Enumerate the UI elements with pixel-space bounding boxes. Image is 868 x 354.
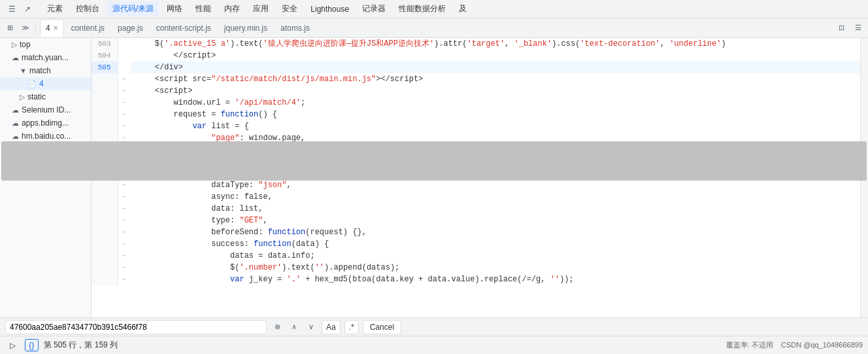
line-dash: - [118,179,131,191]
line-number [92,73,118,85]
line-code[interactable]: </script> [131,50,860,62]
tab-close-btn[interactable]: ✕ [53,24,58,31]
line-code[interactable]: <script> [131,85,860,97]
menu-item-sources[interactable]: 源代码/来源 [107,2,159,16]
regex-btn[interactable]: .* [344,320,359,334]
tab-split-icon[interactable]: ⊡ [834,21,848,35]
tab-content-script-js[interactable]: content-script.js [150,19,217,37]
line-code[interactable]: </div> [131,62,860,73]
line-code[interactable]: dataType: "json", [131,179,860,191]
line-code[interactable]: $('.active_15 a').text('猿人学爬虫逆向进阶课—提升JS和… [131,38,860,50]
tab-page-js[interactable]: page.js [112,19,149,37]
table-row: - dataType: "json", [92,179,860,191]
sidebar-item-match[interactable]: ▼ match [0,64,91,77]
tab-more-icon[interactable]: ≫ [18,21,33,35]
sidebar-label-static: static [27,92,46,101]
tab-bar-right: ⊡ ☰ [834,21,865,35]
table-row: 504 </script> [92,50,860,62]
right-scrollbar[interactable] [860,38,868,317]
menu-item-application[interactable]: 应用 [248,2,274,16]
sidebar-item-static[interactable]: ▷ static [0,90,91,103]
tab-label-jquery-min-js: jquery.min.js [224,24,267,33]
tab-jquery-min-js[interactable]: jquery.min.js [218,19,273,37]
line-dash [118,38,131,50]
sidebar-label-4: 4 [39,79,44,88]
search-input[interactable] [5,320,267,334]
line-code[interactable]: datas = data.info; [131,250,860,262]
menu-item-more[interactable]: 及 [454,2,472,16]
sidebar-label-hm-baidu: hm.baidu.co... [22,132,71,141]
devtools-icon-2[interactable]: ↗ [21,3,34,16]
line-dash: - [118,215,131,226]
line-number [92,262,118,274]
line-code[interactable]: request = function() { [131,109,860,120]
tab-content-js[interactable]: content.js [65,19,110,37]
line-number [92,191,118,203]
line-dash: - [118,226,131,238]
line-code[interactable]: $('.number').text('').append(datas); [131,262,860,274]
sidebar-item-selenium[interactable]: ☁ Selenium ID... [0,103,91,116]
line-dash: - [118,238,131,250]
status-toggle-btn[interactable]: ▷ [5,338,20,353]
table-row: - var list = { [92,120,860,132]
search-up-btn[interactable]: ∧ [288,321,301,334]
tab-bar-left-controls: ⊞ ≫ [3,21,36,35]
search-close-btn[interactable]: ⊗ [271,321,284,334]
line-dash [118,62,131,73]
line-code[interactable]: var j_key = '.' + hex_md5(btoa(data.key … [131,274,860,285]
line-code[interactable]: success: function(data) { [131,238,860,250]
menu-item-network[interactable]: 网络 [161,2,188,16]
line-code[interactable]: type: "GET", [131,215,860,226]
top-menu-bar: ☰ ↗ 元素 控制台 源代码/来源 网络 性能 内存 应用 安全 Lightho… [0,0,868,18]
line-dash [118,50,131,62]
sidebar-item-top[interactable]: ▷ top [0,38,91,51]
line-code[interactable]: window.url = '/api/match/4'; [131,97,860,109]
match-case-btn[interactable]: Aa [322,320,341,334]
menu-item-recorder[interactable]: 记录器 [357,2,391,16]
line-code[interactable]: <script src="/static/match/dist/js/main.… [131,73,860,85]
tab-grid-icon[interactable]: ⊞ [3,21,17,35]
chevron-right-icon: ▷ [10,341,16,350]
line-code[interactable]: data: list, [131,203,860,215]
search-cancel-btn[interactable]: Cancel [363,320,401,334]
sidebar-item-4[interactable]: 📄 4 [0,77,91,90]
line-code[interactable]: async: false, [131,191,860,203]
line-code[interactable]: beforeSend: function(request) {}, [131,226,860,238]
chevron-up-icon: ∧ [292,323,297,331]
cursor-position: 第 505 行，第 159 列 [44,340,118,351]
tab-atoms-js[interactable]: atoms.js [275,19,316,37]
table-row: - async: false, [92,191,860,203]
tab-label-content-js: content.js [71,24,105,33]
cloud-icon-1: ☁ [12,54,19,62]
line-number [92,97,118,109]
table-row: 503 $('.active_15 a').text('猿人学爬虫逆向进阶课—提… [92,38,860,50]
sidebar-item-apps-bdimg[interactable]: ☁ apps.bdimg... [0,116,91,130]
search-down-btn[interactable]: ∨ [305,321,318,334]
table-row: - beforeSend: function(request) {}, [92,226,860,238]
status-bar: ▷ {} 第 505 行，第 159 列 覆盖率: 不适用 CSDN @qq_1… [0,336,868,354]
line-dash: - [118,262,131,274]
sidebar-label-match: match [29,66,51,75]
menu-item-security[interactable]: 安全 [276,2,303,16]
menu-item-perf-insights[interactable]: 性能数据分析 [393,2,451,16]
cloud-icon-4: ☁ [12,132,19,141]
menu-item-console[interactable]: 控制台 [71,2,105,16]
table-row: - $('.number').text('').append(datas); [92,262,860,274]
menu-item-performance[interactable]: 性能 [190,2,216,16]
menu-item-lighthouse[interactable]: Lighthouse [305,3,354,15]
devtools-icon-1[interactable]: ☰ [5,3,18,16]
main-area: ▷ top ☁ match.yuan... ▼ match 📄 4 ▷ stat… [0,38,868,317]
pretty-print-btn[interactable]: {} [25,339,39,351]
line-code[interactable]: var list = { [131,120,860,132]
line-number [92,215,118,226]
sidebar-item-match-yuan[interactable]: ☁ match.yuan... [0,51,91,64]
sidebar-label-top: top [20,40,31,49]
line-number [92,250,118,262]
tab-menu-icon[interactable]: ☰ [851,21,865,35]
sidebar-item-hm-baidu[interactable]: ☁ hm.baidu.co... [0,130,91,143]
menu-item-elements[interactable]: 元素 [42,2,68,16]
tab-active-file[interactable]: 4 ✕ [40,19,64,37]
scrollbar-thumb[interactable] [1,141,867,181]
triangle-down-icon: ▼ [20,67,27,75]
menu-item-memory[interactable]: 内存 [219,2,245,16]
